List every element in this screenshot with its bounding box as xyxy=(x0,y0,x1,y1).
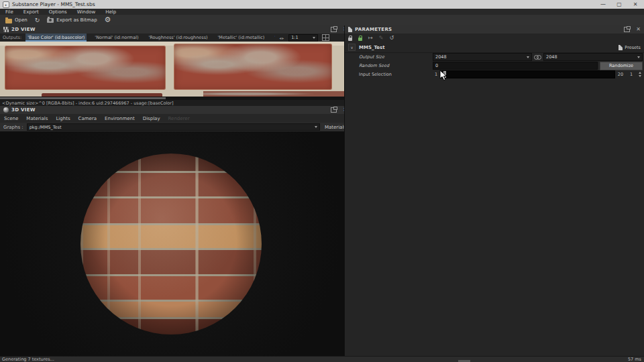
graph-name: MMS_Test xyxy=(359,45,385,50)
tiling-icon[interactable] xyxy=(322,34,329,41)
view3d-title: 3D VIEW xyxy=(11,107,36,113)
float-panel-icon[interactable] xyxy=(331,27,337,32)
graphs-row: Graphs : pkg:/MMS_Test Materials xyxy=(0,123,351,132)
menu-renderer-disabled: Renderer xyxy=(168,116,190,121)
tab-metallic[interactable]: 'Metallic' (id:metallic) xyxy=(216,34,267,42)
spin-down-icon[interactable] xyxy=(639,75,641,77)
chevron-down-icon xyxy=(637,56,640,58)
chevron-down-icon xyxy=(315,126,317,128)
tab-roughness[interactable]: 'Roughness' (id:roughness) xyxy=(147,34,210,42)
main-toolbar: Open ↻ Export as Bitmap ⚙ xyxy=(0,15,644,26)
texture-info-text: <Dynamic size>^0 [RGBA-8bits] - index:6 … xyxy=(2,101,174,106)
value-spinner[interactable] xyxy=(639,72,643,77)
slider-max-label: 20 xyxy=(617,72,624,77)
material-preview-sphere[interactable] xyxy=(80,154,262,335)
chevron-down-icon[interactable]: ∨ xyxy=(348,44,356,51)
zoom-level-select[interactable]: 1:1 xyxy=(288,34,318,42)
tab-basecolor[interactable]: 'Base Color' (id:basecolor) xyxy=(25,34,87,42)
view2d-title: 2D VIEW xyxy=(11,27,36,32)
status-message: Generating 7 textures... xyxy=(0,357,54,362)
view3d-menu-bar: Scene Materials Lights Camera Environmen… xyxy=(0,114,348,123)
output-size-width-select[interactable]: 2048 xyxy=(433,53,532,61)
menu-display[interactable]: Display xyxy=(143,116,160,121)
minimize-button[interactable]: — xyxy=(600,0,606,9)
graph-select[interactable]: pkg:/MMS_Test xyxy=(27,123,320,131)
title-bar[interactable]: ▸ Substance Player - MMS_Test.sbs — ▢ ✕ xyxy=(0,0,644,9)
input-selection-row: Input Selection 1 20 1 xyxy=(345,70,643,78)
random-seed-row: Random Seed 0 Randomize xyxy=(345,62,643,70)
menu-materials[interactable]: Materials xyxy=(26,116,48,121)
menu-help[interactable]: Help xyxy=(105,9,116,15)
tab-ambientocclusion[interactable]: 'Ambient Occlusion' (id:ambientocclusion… xyxy=(272,34,275,42)
slider-min-label: 1 xyxy=(433,72,439,77)
lock-icon[interactable] xyxy=(348,38,352,41)
folder-open-icon xyxy=(5,19,12,23)
randomize-button[interactable]: Randomize xyxy=(600,62,643,70)
parameters-panel: PARAMETERS ✕ ↦ ✎ ↺ ∨ MMS_Test Presets Ou… xyxy=(345,25,644,357)
open-button[interactable]: Open xyxy=(5,17,28,23)
output-tabs: 'Base Color' (id:basecolor) 'Normal' (id… xyxy=(25,34,275,42)
chevron-down-icon xyxy=(527,56,529,58)
random-seed-field[interactable]: 0 xyxy=(433,62,598,70)
export-as-bitmap-button[interactable]: Export as Bitmap xyxy=(47,17,97,23)
output-size-row: Output Size 2048 2048 xyxy=(345,53,643,61)
input-selection-value[interactable]: 1 xyxy=(626,72,637,77)
maximize-button[interactable]: ▢ xyxy=(616,0,623,9)
close-panel-icon[interactable]: ✕ xyxy=(636,27,641,32)
menu-file[interactable]: File xyxy=(5,9,13,15)
graphs-label: Graphs : xyxy=(3,125,23,130)
presets-icon xyxy=(619,45,623,50)
menu-lights[interactable]: Lights xyxy=(56,116,70,121)
reset-icon[interactable]: ↺ xyxy=(389,35,394,41)
input-selection-label: Input Selection xyxy=(345,72,433,77)
tab-scroll-arrows-icon[interactable]: ◂▸ xyxy=(279,36,284,40)
edit-icon: ✎ xyxy=(379,35,384,41)
brick-texture-right xyxy=(174,44,332,90)
link-icon[interactable] xyxy=(534,55,541,60)
status-bar: Generating 7 textures... 57 ms xyxy=(0,356,644,362)
share-icon[interactable]: ↦ xyxy=(368,35,373,41)
output-size-height-select[interactable]: 2048 xyxy=(543,53,643,61)
output-size-label: Output Size xyxy=(345,54,433,60)
random-seed-label: Random Seed xyxy=(345,63,433,68)
menu-environment[interactable]: Environment xyxy=(105,116,135,121)
float-panel-icon[interactable] xyxy=(624,27,630,32)
parameters-toolbar: ↦ ✎ ↺ xyxy=(345,34,644,42)
menu-options[interactable]: Options xyxy=(49,9,67,15)
render-time: 57 ms xyxy=(628,357,644,362)
input-selection-slider[interactable] xyxy=(441,70,615,78)
slider-handle[interactable] xyxy=(443,71,446,78)
refresh-icon[interactable]: ↻ xyxy=(35,17,40,23)
menu-window[interactable]: Window xyxy=(77,9,96,15)
menu-export[interactable]: Export xyxy=(23,9,39,15)
menu-scene[interactable]: Scene xyxy=(4,116,18,121)
chevron-down-icon xyxy=(313,37,315,39)
float-panel-icon[interactable] xyxy=(331,107,337,113)
app-icon: ▸ xyxy=(3,1,9,8)
menu-camera[interactable]: Camera xyxy=(78,116,97,121)
substance-player-window: ▸ Substance Player - MMS_Test.sbs — ▢ ✕ … xyxy=(0,0,644,362)
document-icon xyxy=(348,27,352,32)
menu-bar: File Export Options Window Help xyxy=(0,9,644,15)
basecolor-texture-preview[interactable] xyxy=(0,42,344,97)
presets-button[interactable]: Presets xyxy=(619,45,641,50)
lock-linked-icon[interactable] xyxy=(358,38,362,41)
grid-icon xyxy=(3,27,9,32)
scrollbar-handle[interactable] xyxy=(0,97,166,99)
parameters-title: PARAMETERS xyxy=(355,27,392,32)
graph-section-header[interactable]: ∨ MMS_Test Presets xyxy=(345,42,644,53)
viewport-3d[interactable] xyxy=(0,131,344,357)
tab-normal[interactable]: 'Normal' (id:normal) xyxy=(93,34,140,42)
spin-up-icon[interactable] xyxy=(639,72,641,74)
camera-icon xyxy=(47,18,54,23)
sphere-icon xyxy=(3,107,9,113)
outputs-label: Outputs: xyxy=(3,35,21,40)
close-button[interactable]: ✕ xyxy=(632,0,639,9)
brick-texture-bottom-right xyxy=(203,91,344,97)
window-title: Substance Player - MMS_Test.sbs xyxy=(12,1,95,7)
brick-texture-left xyxy=(5,46,166,90)
gear-icon[interactable]: ⚙ xyxy=(105,16,111,24)
